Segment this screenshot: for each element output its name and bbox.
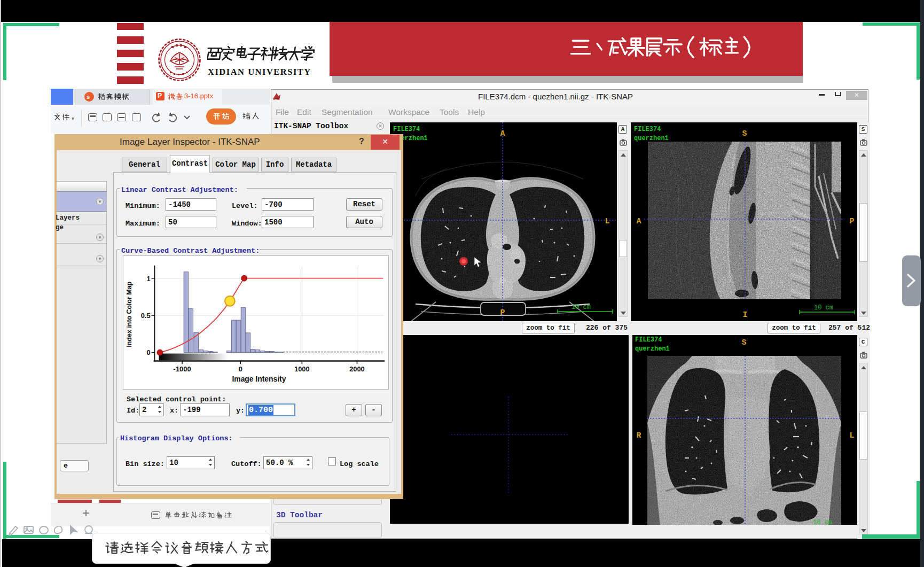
svg-text:FILE374: FILE374 (393, 126, 420, 133)
svg-text:L: L (605, 217, 609, 226)
svg-text:1: 1 (146, 275, 150, 283)
svg-text:10 cm: 10 cm (813, 519, 832, 525)
svg-text:R: R (636, 431, 641, 440)
svg-text:A: A (500, 129, 505, 138)
svg-text:1000: 1000 (294, 365, 310, 373)
svg-text:FILE374: FILE374 (635, 336, 662, 344)
svg-text:S: S (741, 338, 746, 347)
svg-text:0.5: 0.5 (141, 312, 151, 320)
svg-text:-1000: -1000 (174, 365, 191, 373)
svg-text:L: L (849, 431, 854, 440)
svg-text:10 cm: 10 cm (571, 304, 591, 311)
svg-text:P: P (849, 217, 854, 226)
svg-text:2000: 2000 (349, 365, 365, 373)
svg-text:Image Intensity: Image Intensity (232, 375, 286, 383)
svg-text:FILE374: FILE374 (634, 126, 661, 133)
svg-text:P: P (500, 308, 505, 317)
svg-text:I: I (742, 310, 747, 320)
svg-text:Index into Color Map: Index into Color Map (126, 281, 133, 347)
svg-text:10 cm: 10 cm (814, 304, 833, 312)
svg-text:A: A (636, 217, 641, 226)
svg-text:querzhen1: querzhen1 (635, 345, 670, 353)
svg-text:S: S (742, 129, 747, 138)
svg-text:querzhen1: querzhen1 (634, 135, 669, 142)
svg-text:0: 0 (239, 365, 242, 373)
svg-text:0: 0 (146, 349, 150, 357)
